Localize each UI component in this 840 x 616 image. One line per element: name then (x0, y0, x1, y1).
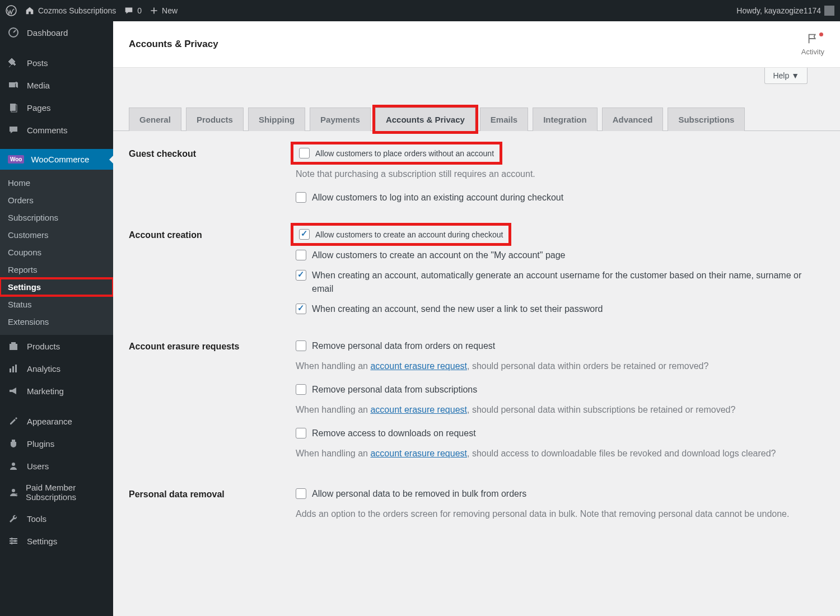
paid-member-icon: $ (8, 487, 19, 498)
tab-advanced[interactable]: Advanced (602, 108, 664, 131)
media-icon (8, 80, 20, 91)
checkbox-create-checkout[interactable] (299, 229, 310, 240)
sidebar-label: Dashboard (27, 28, 68, 38)
sidebar-label: Pages (27, 103, 51, 113)
erasure-request-link[interactable]: account erasure request (370, 361, 467, 371)
sidebar-comments[interactable]: Comments (0, 119, 113, 141)
erasure-request-link[interactable]: account erasure request (370, 405, 467, 414)
text-part: , should access to downloadable files be… (467, 449, 776, 458)
user-greeting[interactable]: Howdy, kayazogize1174 (736, 6, 834, 16)
sub-settings[interactable]: Settings (0, 278, 113, 296)
sidebar-marketing[interactable]: Marketing (0, 380, 113, 402)
help-text: Note that purchasing a subscription stil… (296, 167, 824, 181)
sidebar-label: Paid Member Subscriptions (26, 483, 105, 502)
text-part: , should personal data within subscripti… (467, 405, 735, 414)
sidebar-analytics[interactable]: Analytics (0, 357, 113, 380)
svg-point-17 (11, 538, 13, 540)
checkbox-create-myaccount[interactable] (296, 250, 306, 260)
sidebar-woocommerce[interactable]: Woo WooCommerce (0, 149, 113, 170)
section-title: Guest checkout (129, 147, 296, 159)
appearance-icon (8, 416, 20, 427)
help-text: When handling an account erasure request… (296, 360, 824, 373)
tab-payments[interactable]: Payments (310, 108, 371, 131)
comments-count: 0 (137, 6, 142, 15)
sidebar-label: Media (27, 81, 50, 90)
checkbox-login-checkout[interactable] (296, 192, 306, 203)
tab-integration[interactable]: Integration (533, 108, 598, 131)
section-account-creation: Account creation Allow customers to crea… (129, 228, 824, 323)
wordpress-icon (6, 5, 17, 16)
sidebar-products[interactable]: Products (0, 335, 113, 357)
settings-tabs: General Products Shipping Payments Accou… (113, 108, 840, 131)
checkbox-password-link[interactable] (296, 304, 306, 314)
comments-bubble[interactable]: 0 (124, 6, 142, 16)
tab-accounts-privacy[interactable]: Accounts & Privacy (375, 108, 475, 131)
tab-general[interactable]: General (129, 108, 181, 131)
svg-point-19 (11, 542, 13, 544)
sub-coupons[interactable]: Coupons (0, 244, 113, 261)
sidebar-settings[interactable]: Settings (0, 530, 113, 552)
sub-extensions[interactable]: Extensions (0, 313, 113, 330)
content-area: Accounts & Privacy Activity Help ▼ Gener… (113, 21, 840, 616)
sidebar-label: Marketing (27, 386, 64, 396)
sidebar-users[interactable]: Users (0, 455, 113, 477)
section-personal-data-removal: Personal data removal Allow personal dat… (129, 487, 824, 531)
help-text: Adds an option to the orders screen for … (296, 507, 824, 521)
sub-reports[interactable]: Reports (0, 261, 113, 278)
help-tab[interactable]: Help ▼ (764, 68, 808, 84)
checkbox-auto-username[interactable] (296, 270, 306, 281)
tab-emails[interactable]: Emails (480, 108, 528, 131)
checkbox-label: Allow personal data to be removed in bul… (312, 487, 526, 501)
sidebar-media[interactable]: Media (0, 74, 113, 96)
checkbox-remove-downloads[interactable] (296, 428, 306, 438)
sidebar-label: Plugins (27, 439, 54, 449)
svg-rect-9 (12, 366, 14, 372)
sidebar-paid-member[interactable]: $ Paid Member Subscriptions (0, 477, 113, 507)
help-text: When handling an account erasure request… (296, 403, 824, 417)
sidebar-label: Users (27, 461, 49, 471)
svg-rect-6 (10, 344, 17, 350)
sidebar-plugins[interactable]: Plugins (0, 432, 113, 455)
site-name[interactable]: Cozmos Subscriptions (25, 6, 116, 16)
site-title-text: Cozmos Subscriptions (38, 6, 116, 15)
sidebar-pages[interactable]: Pages (0, 96, 113, 119)
activity-panel-toggle[interactable]: Activity (801, 32, 824, 56)
admin-sidebar: Dashboard Posts Media Pages Comments (0, 21, 113, 616)
sidebar-dashboard[interactable]: Dashboard (0, 21, 113, 44)
checkbox-label: Remove personal data from subscriptions (312, 383, 477, 396)
sub-customers[interactable]: Customers (0, 226, 113, 244)
sub-orders[interactable]: Orders (0, 192, 113, 209)
svg-rect-2 (9, 82, 15, 87)
sidebar-posts[interactable]: Posts (0, 52, 113, 74)
checkbox-remove-subscriptions[interactable] (296, 384, 306, 395)
sub-home[interactable]: Home (0, 174, 113, 192)
chevron-down-icon: ▼ (791, 71, 799, 80)
highlighted-option-guest-orders: Allow customers to place orders without … (296, 147, 497, 160)
sidebar-label: Products (27, 342, 60, 351)
settings-body: Guest checkout Allow customers to place … (113, 131, 840, 559)
checkbox-label: Remove access to downloads on request (312, 427, 476, 440)
sub-status[interactable]: Status (0, 296, 113, 313)
comment-icon (124, 6, 134, 16)
section-guest-checkout: Guest checkout Allow customers to place … (129, 147, 824, 211)
wp-logo[interactable] (6, 5, 17, 16)
help-label: Help (773, 71, 789, 80)
tab-products[interactable]: Products (186, 108, 244, 131)
tab-shipping[interactable]: Shipping (248, 108, 305, 131)
page-header: Accounts & Privacy Activity (113, 21, 840, 68)
erasure-request-link[interactable]: account erasure request (370, 449, 467, 458)
checkbox-remove-orders[interactable] (296, 340, 306, 351)
sub-subscriptions[interactable]: Subscriptions (0, 209, 113, 226)
new-content[interactable]: New (150, 6, 178, 15)
checkbox-guest-orders[interactable] (299, 148, 310, 158)
dashboard-icon (8, 27, 20, 38)
text-part: When handling an (296, 361, 370, 371)
sidebar-tools[interactable]: Tools (0, 507, 113, 530)
tab-subscriptions[interactable]: Subscriptions (668, 108, 745, 131)
page-title: Accounts & Privacy (129, 39, 218, 50)
checkbox-bulk-remove[interactable] (296, 488, 306, 499)
pin-icon (8, 57, 20, 68)
avatar (824, 6, 834, 16)
sidebar-appearance[interactable]: Appearance (0, 410, 113, 432)
pages-icon (8, 102, 20, 113)
